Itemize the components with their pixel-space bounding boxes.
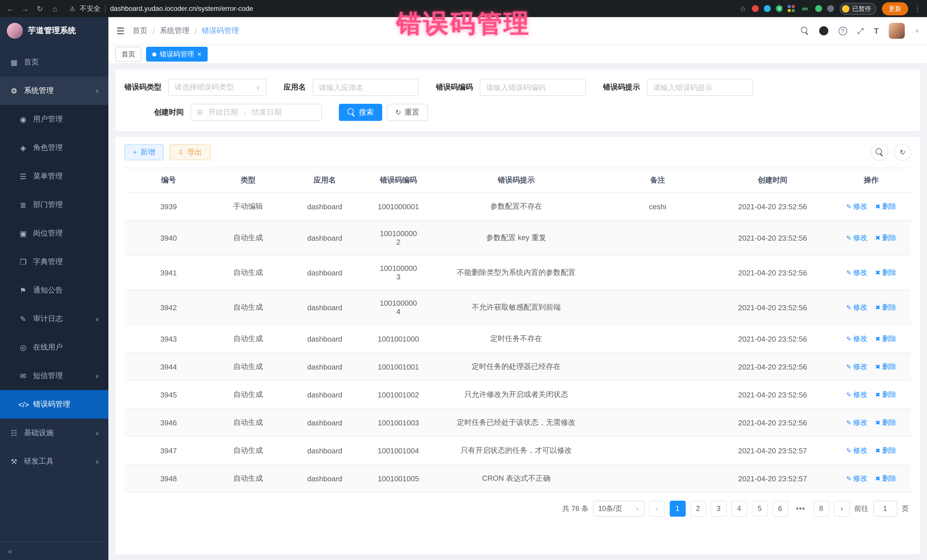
- breadcrumb-home[interactable]: 首页: [133, 26, 147, 36]
- add-button[interactable]: + 新增: [125, 144, 164, 160]
- sidebar-item-dept-management[interactable]: ≣ 部门管理: [0, 190, 108, 219]
- sidebar-item-label: 菜单管理: [33, 171, 63, 181]
- next-page-button[interactable]: ›: [834, 501, 850, 517]
- extension-puzzle-icon[interactable]: [827, 5, 834, 12]
- delete-link[interactable]: ✖删除: [875, 302, 896, 312]
- edit-link[interactable]: ✎修改: [846, 202, 867, 211]
- sidebar-item-dict-management[interactable]: ❐ 字典管理: [0, 247, 108, 276]
- page-button-3[interactable]: 3: [711, 501, 726, 517]
- page-button-6[interactable]: 6: [772, 501, 788, 517]
- sidebar-item-online-user[interactable]: ◎ 在线用户: [0, 333, 108, 361]
- page-button-2[interactable]: 2: [690, 501, 706, 517]
- sidebar-item-audit-log[interactable]: ✎ 审计日志 ∨: [0, 305, 108, 333]
- browser-reload-icon[interactable]: ↻: [35, 4, 44, 13]
- extension-icon-grid[interactable]: [788, 5, 795, 12]
- help-icon[interactable]: ?: [838, 27, 847, 35]
- extension-icon-red[interactable]: [752, 5, 759, 12]
- error-hint-input[interactable]: [647, 79, 753, 96]
- github-icon[interactable]: [819, 26, 828, 35]
- export-button[interactable]: ⇩ 导出: [169, 144, 211, 160]
- menu-fold-icon[interactable]: ☰: [116, 25, 125, 36]
- breadcrumb-system[interactable]: 系统管理: [160, 26, 189, 36]
- sidebar-item-notice[interactable]: ⚑ 通知公告: [0, 276, 108, 305]
- app-name-input[interactable]: [313, 79, 419, 96]
- edit-link[interactable]: ✎修改: [846, 473, 867, 483]
- create-time-range-picker[interactable]: ⊞ 开始日期 - 结束日期: [190, 104, 322, 121]
- tab-close-icon[interactable]: ×: [198, 51, 201, 58]
- edit-link[interactable]: ✎修改: [846, 334, 867, 344]
- sidebar-item-role-management[interactable]: ◈ 角色管理: [0, 134, 108, 162]
- profile-paused-chip[interactable]: 已暂停: [840, 3, 876, 15]
- edit-link[interactable]: ✎修改: [846, 233, 867, 243]
- org-tree-icon: ≣: [18, 200, 28, 209]
- edit-link[interactable]: ✎修改: [846, 302, 867, 312]
- cell-code: 100100000 4: [366, 290, 431, 325]
- sidebar-item-system-management[interactable]: ⚙ 系统管理 ∧: [0, 76, 108, 105]
- edit-link[interactable]: ✎修改: [846, 390, 867, 399]
- edit-link[interactable]: ✎修改: [846, 446, 867, 455]
- page-button-1[interactable]: 1: [669, 501, 685, 517]
- error-type-select[interactable]: 请选择错误码类型 ∨: [168, 79, 266, 96]
- sidebar-item-user-management[interactable]: ◉ 用户管理: [0, 105, 108, 134]
- sidebar-item-label: 在线用户: [33, 342, 63, 352]
- delete-link[interactable]: ✖删除: [875, 418, 896, 427]
- search-icon[interactable]: [801, 27, 808, 35]
- font-size-icon[interactable]: T: [874, 26, 879, 35]
- extension-icon-green[interactable]: V: [776, 5, 783, 12]
- browser-update-button[interactable]: 更新: [882, 2, 908, 15]
- delete-link[interactable]: ✖删除: [875, 390, 896, 399]
- sidebar-item-menu-management[interactable]: ☰ 菜单管理: [0, 162, 108, 190]
- page-size-select[interactable]: 10条/页 ∨: [593, 501, 644, 517]
- delete-link-label: 删除: [882, 202, 897, 211]
- avatar-caret-icon[interactable]: ∨: [915, 28, 919, 33]
- sidebar-item-label: 系统管理: [24, 85, 54, 96]
- page-button-8[interactable]: 8: [813, 501, 829, 517]
- edit-link[interactable]: ✎修改: [846, 418, 867, 427]
- sidebar-item-infrastructure[interactable]: ☷ 基础设施 ∨: [0, 419, 108, 447]
- browser-forward-icon[interactable]: →: [21, 4, 30, 13]
- sidebar-item-error-code-management[interactable]: </> 错误码管理: [0, 390, 108, 419]
- bookmark-star-icon[interactable]: ☆: [740, 4, 746, 13]
- table-refresh-button[interactable]: ↻: [894, 144, 911, 161]
- sidebar-item-home[interactable]: ▦ 首页: [0, 48, 108, 76]
- sidebar-logo-row[interactable]: 芋道管理系统: [0, 17, 108, 44]
- sidebar-item-dev-tools[interactable]: ⚒ 研发工具 ∨: [0, 447, 108, 476]
- extension-icon-on-badge[interactable]: on: [800, 5, 810, 12]
- sidebar-item-post-management[interactable]: ▣ 岗位管理: [0, 219, 108, 247]
- delete-link[interactable]: ✖删除: [875, 233, 896, 243]
- browser-home-icon[interactable]: ⌂: [50, 4, 59, 13]
- page-button-5[interactable]: 5: [752, 501, 767, 517]
- cell-actions: ✎修改 ✖删除: [831, 325, 911, 353]
- page-button-4[interactable]: 4: [731, 501, 747, 517]
- browser-menu-kebab-icon[interactable]: ⋮: [914, 4, 921, 13]
- sidebar-collapse-bar[interactable]: «: [0, 542, 108, 560]
- reset-button-label: 重置: [404, 107, 419, 117]
- extension-icon-leaf[interactable]: [815, 5, 822, 12]
- page-root: 错误码管理 ← → ↻ ⌂ ⚠ 不安全 dashboard.yudao.ioco…: [0, 0, 927, 560]
- delete-link[interactable]: ✖删除: [875, 334, 896, 344]
- delete-link[interactable]: ✖删除: [875, 446, 896, 455]
- reset-button[interactable]: ↻ 重置: [387, 104, 428, 121]
- page-ellipsis[interactable]: •••: [793, 501, 808, 517]
- edit-link[interactable]: ✎修改: [846, 362, 867, 372]
- delete-link[interactable]: ✖删除: [875, 473, 896, 483]
- prev-page-button[interactable]: ‹: [649, 501, 665, 517]
- goto-page-input[interactable]: [873, 501, 897, 517]
- online-eye-icon: ◎: [18, 343, 28, 352]
- user-avatar[interactable]: [889, 23, 905, 39]
- edit-link-label: 修改: [853, 418, 868, 427]
- delete-link[interactable]: ✖删除: [875, 362, 896, 372]
- tab-home[interactable]: 首页: [115, 47, 141, 62]
- search-button[interactable]: 搜索: [339, 104, 382, 121]
- url-text: dashboard.yudao.iocoder.cn/system/error-…: [110, 5, 253, 12]
- delete-link[interactable]: ✖删除: [875, 268, 896, 278]
- browser-back-icon[interactable]: ←: [6, 4, 15, 13]
- fullscreen-icon[interactable]: ⤢: [857, 26, 863, 36]
- tab-error-code-management[interactable]: 错误码管理 ×: [146, 47, 208, 62]
- error-code-input[interactable]: [480, 79, 586, 96]
- extension-icon-blue[interactable]: [764, 5, 771, 12]
- edit-link[interactable]: ✎修改: [846, 268, 867, 278]
- delete-link[interactable]: ✖删除: [875, 202, 896, 211]
- sidebar-item-sms-management[interactable]: ✉ 短信管理 ∨: [0, 361, 108, 390]
- table-search-toggle-button[interactable]: [871, 144, 888, 161]
